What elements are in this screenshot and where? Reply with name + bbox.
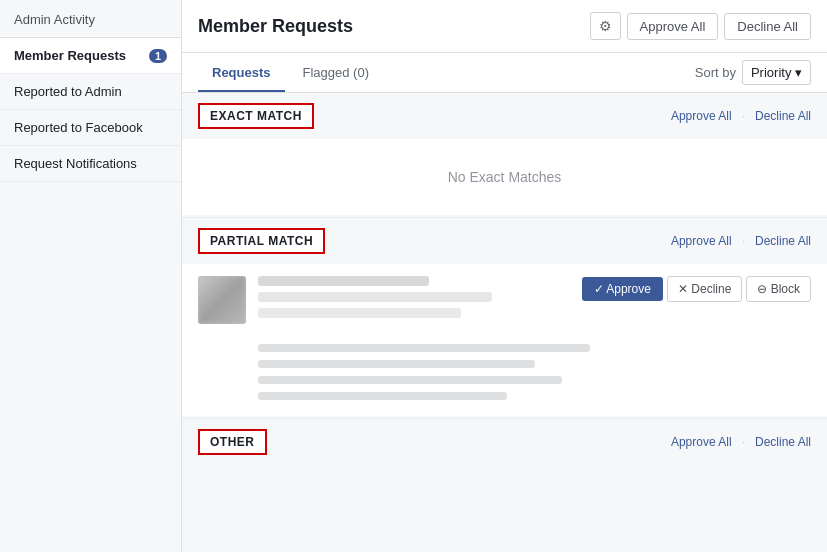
sidebar-item-label: Request Notifications [14,156,137,171]
other-actions: Approve All · Decline All [671,435,811,449]
partial-match-header: PARTIAL MATCH Approve All · Decline All [182,218,827,264]
main-header: Member Requests ⚙ Approve All Decline Al… [182,0,827,53]
member-avatar [198,276,246,324]
sidebar: Admin Activity Member Requests 1 Reporte… [0,0,182,552]
separator: · [742,435,745,449]
sort-by-label: Sort by [695,65,736,80]
detail-line-3 [258,376,562,384]
separator: · [742,109,745,123]
gear-icon: ⚙ [599,18,612,34]
header-actions: ⚙ Approve All Decline All [590,12,811,40]
separator: · [742,234,745,248]
main-panel: Member Requests ⚙ Approve All Decline Al… [182,0,827,552]
partial-match-approve-all[interactable]: Approve All [671,234,732,248]
approve-all-button[interactable]: Approve All [627,13,719,40]
sort-dropdown[interactable]: Priority ▾ [742,60,811,85]
other-approve-all[interactable]: Approve All [671,435,732,449]
partial-match-decline-all[interactable]: Decline All [755,234,811,248]
partial-match-section: PARTIAL MATCH Approve All · Decline All [182,218,827,416]
decline-all-button[interactable]: Decline All [724,13,811,40]
member-name-blur [258,276,429,286]
sidebar-item-request-notifications[interactable]: Request Notifications [0,146,181,182]
tab-label: Flagged (0) [303,65,369,80]
member-row: ✓ Approve ✕ Decline ⊖ Block [182,264,827,336]
member-detail-blur-2 [258,308,461,318]
exact-match-header: EXACT MATCH Approve All · Decline All [182,93,827,139]
page-title: Member Requests [198,16,353,37]
sidebar-item-label: Reported to Admin [14,84,122,99]
exact-match-approve-all[interactable]: Approve All [671,109,732,123]
sidebar-badge: 1 [149,49,167,63]
avatar-image [198,276,246,324]
detail-line-2 [258,360,535,368]
member-detail-blur-1 [258,292,492,302]
sort-by: Sort by Priority ▾ [695,60,811,85]
other-header: OTHER Approve All · Decline All [182,419,827,465]
partial-match-actions: Approve All · Decline All [671,234,811,248]
tabs-left: Requests Flagged (0) [198,53,387,92]
approve-button[interactable]: ✓ Approve [582,277,663,301]
sidebar-item-label: Member Requests [14,48,126,63]
exact-match-section: EXACT MATCH Approve All · Decline All No… [182,93,827,215]
member-info [258,276,570,324]
other-section: OTHER Approve All · Decline All [182,419,827,465]
member-action-buttons: ✓ Approve ✕ Decline ⊖ Block [582,276,811,302]
other-label: OTHER [198,429,267,455]
settings-button[interactable]: ⚙ [590,12,621,40]
tab-label: Requests [212,65,271,80]
sort-dropdown-label: Priority ▾ [751,65,802,80]
sidebar-item-label: Reported to Facebook [14,120,143,135]
tab-requests[interactable]: Requests [198,53,285,92]
exact-match-actions: Approve All · Decline All [671,109,811,123]
exact-match-label: EXACT MATCH [198,103,314,129]
exact-match-decline-all[interactable]: Decline All [755,109,811,123]
sidebar-header: Admin Activity [0,0,181,38]
partial-match-label: PARTIAL MATCH [198,228,325,254]
no-exact-matches: No Exact Matches [182,139,827,215]
content-area: EXACT MATCH Approve All · Decline All No… [182,93,827,552]
detail-line-4 [258,392,507,400]
block-button[interactable]: ⊖ Block [746,276,811,302]
detail-line-1 [258,344,590,352]
tab-flagged[interactable]: Flagged (0) [289,53,383,92]
sidebar-item-reported-admin[interactable]: Reported to Admin [0,74,181,110]
tabs-bar: Requests Flagged (0) Sort by Priority ▾ [182,53,827,93]
member-extra-details [182,336,827,416]
sidebar-item-reported-facebook[interactable]: Reported to Facebook [0,110,181,146]
decline-button[interactable]: ✕ Decline [667,276,742,302]
sidebar-item-member-requests[interactable]: Member Requests 1 [0,38,181,74]
admin-activity-label: Admin Activity [14,12,95,27]
other-decline-all[interactable]: Decline All [755,435,811,449]
